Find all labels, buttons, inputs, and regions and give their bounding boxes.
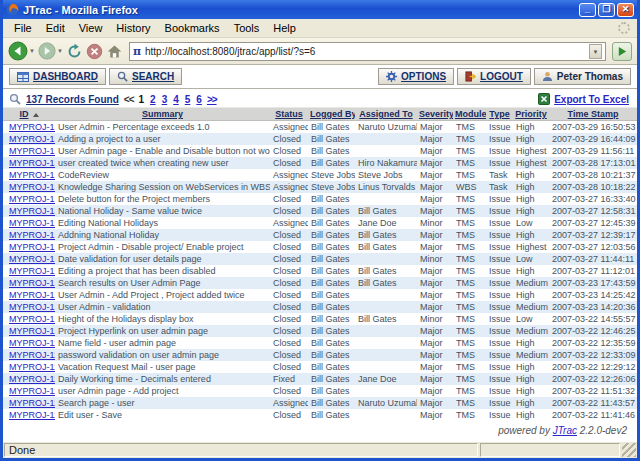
export-to-excel-link[interactable]: Export To Excel xyxy=(538,93,629,105)
jtrac-link[interactable]: JTrac xyxy=(553,425,577,436)
col-header-logged-by[interactable]: Logged By xyxy=(308,108,355,121)
col-header-id[interactable]: ID xyxy=(3,108,55,121)
cell-time-stamp: 2007-03-27 16:33:40 xyxy=(549,193,637,205)
cell-severity: Major xyxy=(417,409,453,421)
col-header-label[interactable]: ID xyxy=(20,109,29,119)
menu-bookmarks[interactable]: Bookmarks xyxy=(158,20,227,36)
cell-status: Assigned xyxy=(270,217,308,229)
issue-id-link[interactable]: MYPROJ-117 xyxy=(6,362,55,372)
cell-priority: Medium xyxy=(513,325,549,337)
go-button[interactable] xyxy=(612,42,632,61)
col-header-type[interactable]: Type xyxy=(486,108,513,121)
col-header-module[interactable]: Module xyxy=(453,108,486,121)
cell-logged-by: Bill Gates xyxy=(308,265,355,277)
menu-help[interactable]: Help xyxy=(266,20,303,36)
col-header-status[interactable]: Status xyxy=(270,108,308,121)
menu-edit[interactable]: Edit xyxy=(39,20,72,36)
page-link-4[interactable]: 4 xyxy=(173,94,179,105)
col-header-label[interactable]: Status xyxy=(275,109,303,119)
issue-id-link[interactable]: MYPROJ-130 xyxy=(6,206,55,216)
resize-grip[interactable] xyxy=(622,443,636,457)
issue-id-link[interactable]: MYPROJ-136 xyxy=(6,134,55,144)
col-header-label[interactable]: Type xyxy=(489,109,509,119)
issue-id-link[interactable]: MYPROJ-127 xyxy=(6,242,55,252)
col-header-label[interactable]: Priority xyxy=(515,109,547,119)
user-badge[interactable]: Peter Thomas xyxy=(534,68,631,85)
page-link-5[interactable]: 5 xyxy=(185,94,191,105)
table-row: MYPROJ-117Vacation Request Mail - user p… xyxy=(3,361,637,373)
url-text[interactable]: http://localhost:8080/jtrac/app/list/?s=… xyxy=(145,46,589,57)
page-link-3[interactable]: 3 xyxy=(162,94,168,105)
issue-id-link[interactable]: MYPROJ-122 xyxy=(6,302,55,312)
cell-summary: User Admin - Percentage exceeds 1.0 xyxy=(55,121,270,133)
reload-button[interactable] xyxy=(66,43,83,60)
col-header-summary[interactable]: Summary xyxy=(55,108,270,121)
menu-history[interactable]: History xyxy=(109,20,157,36)
col-header-severity[interactable]: Severity xyxy=(417,108,453,121)
cell-summary: Project Hyperlink on user admin page xyxy=(55,325,270,337)
menu-file[interactable]: File xyxy=(7,20,39,36)
issue-id-link[interactable]: MYPROJ-120 xyxy=(6,326,55,336)
col-header-assigned-to[interactable]: Assigned To xyxy=(355,108,417,121)
cell-module: TMS xyxy=(453,217,486,229)
issue-id-link[interactable]: MYPROJ-132 xyxy=(6,182,55,192)
issue-id-link[interactable]: MYPROJ-116 xyxy=(6,374,55,384)
page-link-2[interactable]: 2 xyxy=(150,94,156,105)
back-button[interactable]: ▼ xyxy=(8,41,35,61)
issue-id-link[interactable]: MYPROJ-128 xyxy=(6,230,55,240)
page-link-6[interactable]: 6 xyxy=(196,94,202,105)
col-header-label[interactable]: Time Stamp xyxy=(568,109,619,119)
issue-id-link[interactable]: MYPROJ-119 xyxy=(6,338,55,348)
col-header-label[interactable]: Module xyxy=(455,109,486,119)
cell-time-stamp: 2007-03-23 14:25:42 xyxy=(549,289,637,301)
col-header-priority[interactable]: Priority xyxy=(513,108,549,121)
col-header-label[interactable]: Assigned To xyxy=(359,109,412,119)
col-header-label[interactable]: Logged By xyxy=(310,109,355,119)
issue-id-link[interactable]: MYPROJ-137 xyxy=(6,122,55,132)
url-dropdown-arrow[interactable]: ▼ xyxy=(589,44,602,59)
cell-priority: High xyxy=(513,169,549,181)
issue-id-link[interactable]: MYPROJ-135 xyxy=(6,146,55,156)
issue-id-link[interactable]: MYPROJ-124 xyxy=(6,278,55,288)
col-header-label[interactable]: Summary xyxy=(142,109,183,119)
options-button[interactable]: OPTIONS xyxy=(378,68,454,85)
forward-button[interactable]: ▼ xyxy=(38,42,63,60)
issue-id-link[interactable]: MYPROJ-129 xyxy=(6,218,55,228)
issue-id-link[interactable]: MYPROJ-133 xyxy=(6,170,55,180)
cell-summary: Addning National Holiday xyxy=(55,229,270,241)
col-header-label[interactable]: Severity xyxy=(419,109,453,119)
restore-button[interactable]: ❐ xyxy=(598,3,615,17)
stop-button[interactable] xyxy=(86,43,103,60)
home-button[interactable] xyxy=(106,43,123,60)
cell-time-stamp: 2007-03-27 12:45:39 xyxy=(549,217,637,229)
menu-tools[interactable]: Tools xyxy=(227,20,267,36)
cell-priority: Medium xyxy=(513,301,549,313)
logout-button[interactable]: LOGOUT xyxy=(457,68,531,85)
issue-id-link[interactable]: MYPROJ-134 xyxy=(6,158,55,168)
issue-id-link[interactable]: MYPROJ-121 xyxy=(6,314,55,324)
issue-id-link[interactable]: MYPROJ-115 xyxy=(6,386,55,396)
cell-module: TMS xyxy=(453,373,486,385)
minimize-button[interactable]: _ xyxy=(579,3,596,17)
records-found-link[interactable]: 137 Records Found xyxy=(26,94,119,105)
cell-priority: Highest xyxy=(513,157,549,169)
issue-id-link[interactable]: MYPROJ-118 xyxy=(6,350,55,360)
cell-type: Issue xyxy=(486,325,513,337)
menu-view[interactable]: View xyxy=(72,20,110,36)
dashboard-button[interactable]: DASHBOARD xyxy=(9,68,106,85)
page-next[interactable]: >> xyxy=(207,94,217,105)
close-button[interactable]: ✕ xyxy=(617,3,634,17)
issue-id-link[interactable]: MYPROJ-131 xyxy=(6,194,55,204)
issue-id-link[interactable]: MYPROJ-114 xyxy=(6,398,55,408)
issue-id-link[interactable]: MYPROJ-113 xyxy=(6,410,55,420)
issue-id-link[interactable]: MYPROJ-126 xyxy=(6,254,55,264)
search-button[interactable]: SEARCH xyxy=(109,68,182,85)
address-bar[interactable]: π http://localhost:8080/jtrac/app/list/?… xyxy=(129,42,606,61)
page-prev[interactable]: << xyxy=(124,94,134,105)
options-label: OPTIONS xyxy=(401,71,446,82)
cell-priority: High xyxy=(513,409,549,421)
col-header-time-stamp[interactable]: Time Stamp xyxy=(549,108,637,121)
issue-id-link[interactable]: MYPROJ-123 xyxy=(6,290,55,300)
issue-id-link[interactable]: MYPROJ-125 xyxy=(6,266,55,276)
table-row: MYPROJ-125Editing a project that has bee… xyxy=(3,265,637,277)
